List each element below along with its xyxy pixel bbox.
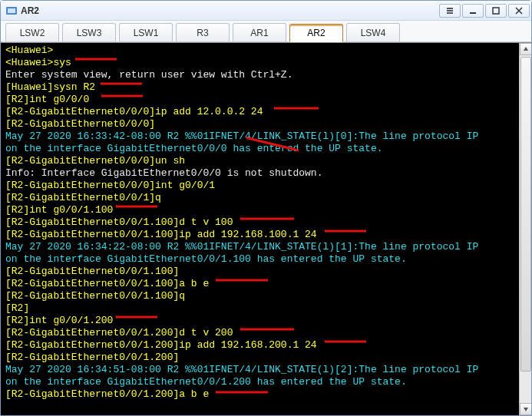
terminal-line: [R2-GigabitEthernet0/0/0]un sh — [5, 155, 514, 167]
terminal-line: [R2-GigabitEthernet0/0/1]q — [5, 192, 514, 204]
tab-ar2[interactable]: AR2 — [289, 24, 343, 42]
scroll-down-button[interactable] — [520, 403, 531, 415]
svg-rect-6 — [493, 8, 499, 14]
terminal-line: [R2-GigabitEthernet0/0/0]ip add 12.0.0.2… — [5, 106, 514, 118]
terminal-line: May 27 2020 16:33:42-08:00 R2 %%01IFNET/… — [5, 130, 514, 143]
minimize-button[interactable] — [462, 4, 484, 18]
scroll-thumb[interactable] — [520, 57, 531, 371]
app-window: AR2 LSW2LSW3LSW1R3AR1AR2LSW4 <Huawei><Hu… — [0, 0, 532, 416]
terminal-line: on the interface GigabitEthernet0/0/1.20… — [5, 376, 514, 388]
terminal-line: [R2-GigabitEthernet0/0/1.100]d t v 100 — [5, 216, 514, 229]
terminal-line — [5, 401, 514, 413]
tab-ar1[interactable]: AR1 — [233, 23, 286, 41]
terminal-line: [R2] — [5, 302, 514, 315]
tab-lsw3[interactable]: LSW3 — [62, 23, 116, 41]
terminal-wrap: <Huawei><Huawei>sysEnter system view, re… — [1, 42, 531, 415]
terminal-line: [R2]int g0/0/1.100 — [5, 204, 514, 216]
tab-lsw1[interactable]: LSW1 — [119, 23, 173, 41]
svg-rect-2 — [447, 8, 453, 9]
terminal-line: May 27 2020 16:34:22-08:00 R2 %%01IFNET/… — [5, 241, 514, 253]
terminal-line: [R2-GigabitEthernet0/0/1.100]q — [5, 290, 514, 302]
svg-rect-5 — [470, 12, 476, 14]
window-controls — [439, 4, 530, 18]
window-menu-button[interactable] — [439, 4, 461, 18]
app-icon — [5, 5, 18, 17]
terminal-line: Enter system view, return user view with… — [5, 69, 514, 81]
terminal-line: Info: Interface GigabitEthernet0/0/0 is … — [5, 167, 514, 180]
tab-bar: LSW2LSW3LSW1R3AR1AR2LSW4 — [1, 21, 531, 42]
terminal-line: [R2-GigabitEthernet0/0/1.200]ip add 192.… — [5, 339, 514, 352]
terminal-line: on the interface GigabitEthernet0/0/1.10… — [5, 253, 514, 266]
svg-rect-3 — [447, 10, 453, 12]
svg-rect-1 — [8, 8, 15, 13]
terminal-line: [R2-GigabitEthernet0/0/1.200] — [5, 352, 514, 364]
terminal-line: [R2-GigabitEthernet0/0/1.100] — [5, 266, 514, 278]
maximize-button[interactable] — [485, 4, 507, 18]
tab-lsw4[interactable]: LSW4 — [346, 23, 400, 41]
terminal-line: on the interface GigabitEthernet0/0/0 ha… — [5, 143, 514, 155]
terminal-line: May 27 2020 16:34:51-08:00 R2 %%01IFNET/… — [5, 364, 514, 376]
terminal-line: [R2-GigabitEthernet0/0/1.200]d t v 200 — [5, 327, 514, 339]
tab-r3[interactable]: R3 — [176, 23, 230, 41]
terminal-line: [R2-GigabitEthernet0/0/0]int g0/0/1 — [5, 180, 514, 192]
terminal-line: [R2-GigabitEthernet0/0/1.100]a b e — [5, 278, 514, 290]
window-title: AR2 — [21, 5, 39, 16]
tab-lsw2[interactable]: LSW2 — [5, 23, 59, 41]
terminal-line: [Huawei]sysn R2 — [5, 81, 514, 94]
svg-rect-4 — [447, 12, 453, 14]
terminal-line: [R2-GigabitEthernet0/0/1.100]ip add 192.… — [5, 229, 514, 241]
terminal-output[interactable]: <Huawei><Huawei>sysEnter system view, re… — [1, 43, 519, 415]
titlebar: AR2 — [1, 1, 531, 21]
terminal-line: [R2]int g0/0/0 — [5, 94, 514, 106]
terminal-line: [R2-GigabitEthernet0/0/0] — [5, 118, 514, 130]
terminal-line: <Huawei>sys — [5, 57, 514, 69]
scroll-up-button[interactable] — [520, 43, 531, 55]
vertical-scrollbar[interactable] — [519, 43, 531, 415]
close-button[interactable] — [508, 4, 530, 18]
terminal-line: <Huawei> — [5, 45, 514, 57]
terminal-line: [R2-GigabitEthernet0/0/1.200]a b e — [5, 388, 514, 401]
terminal-line: [R2]int g0/0/1.200 — [5, 315, 514, 327]
